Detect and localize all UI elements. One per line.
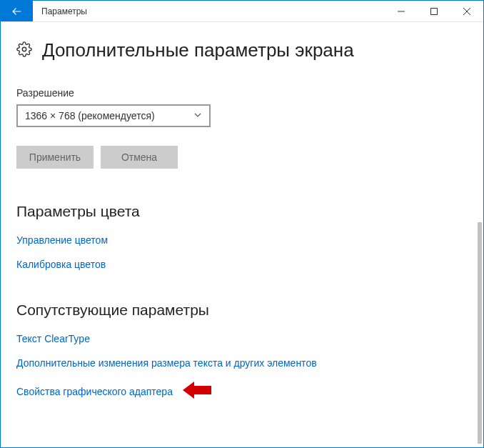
close-button[interactable] xyxy=(450,1,483,21)
svg-rect-0 xyxy=(431,8,438,14)
window-controls xyxy=(385,1,483,21)
gear-icon xyxy=(16,41,32,60)
close-icon xyxy=(463,8,470,15)
resolution-value: 1366 × 768 (рекомендуется) xyxy=(25,110,155,121)
minimize-button[interactable] xyxy=(385,1,418,21)
content-area: Дополнительные параметры экрана Разрешен… xyxy=(1,22,473,447)
scrollbar[interactable] xyxy=(473,22,483,447)
back-button[interactable] xyxy=(1,1,33,21)
resolution-label: Разрешение xyxy=(16,87,458,99)
button-row: Применить Отмена xyxy=(16,146,458,169)
color-section-heading: Параметры цвета xyxy=(16,203,458,220)
color-calibration-link[interactable]: Калибровка цветов xyxy=(16,259,458,270)
page-header: Дополнительные параметры экрана xyxy=(16,39,458,61)
apply-button[interactable]: Применить xyxy=(16,146,94,169)
arrow-left-icon xyxy=(11,5,24,18)
arrow-annotation-icon xyxy=(183,382,211,402)
scrollbar-thumb[interactable] xyxy=(478,222,482,444)
chevron-down-icon xyxy=(193,110,202,121)
color-management-link[interactable]: Управление цветом xyxy=(16,234,458,246)
maximize-icon xyxy=(430,8,438,15)
cleartype-link[interactable]: Текст ClearType xyxy=(16,333,458,344)
maximize-button[interactable] xyxy=(418,1,450,21)
related-section-heading: Сопутствующие параметры xyxy=(16,302,458,319)
svg-point-1 xyxy=(22,47,26,51)
page-title: Дополнительные параметры экрана xyxy=(42,39,354,61)
window-title: Параметры xyxy=(33,1,385,21)
resolution-dropdown[interactable]: 1366 × 768 (рекомендуется) xyxy=(16,104,211,127)
text-scaling-link[interactable]: Дополнительные изменения размера текста … xyxy=(16,357,458,369)
adapter-properties-link[interactable]: Свойства графического адаптера xyxy=(16,386,173,397)
cancel-button[interactable]: Отмена xyxy=(101,146,178,169)
minimize-icon xyxy=(398,8,405,15)
titlebar: Параметры xyxy=(1,1,483,22)
